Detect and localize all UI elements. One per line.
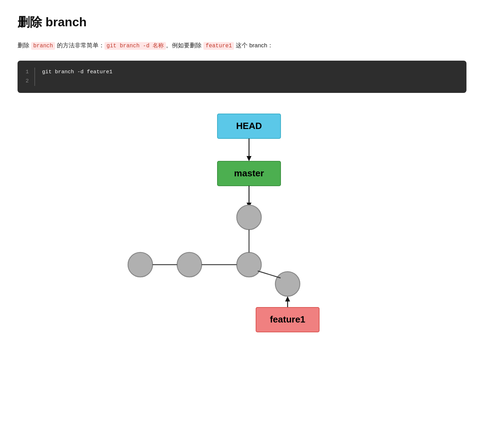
diagram-container: HEAD master featur: [18, 107, 466, 324]
inline-command-code: git branch -d 名称: [105, 42, 166, 50]
commit-node-bottom: [275, 272, 300, 296]
inline-branch-code: branch: [31, 42, 55, 50]
line-number-2: 2: [23, 77, 29, 86]
line-number-1: 1: [23, 68, 29, 77]
git-diagram: HEAD master featur: [119, 107, 365, 324]
code-content: git branch -d feature1: [35, 68, 120, 86]
line-numbers: 1 2: [18, 68, 35, 86]
intro-paragraph: 删除 branch 的方法非常简单：git branch -d 名称。例如要删除…: [18, 40, 466, 51]
code-block: 1 2 git branch -d feature1: [18, 61, 466, 93]
commit-node-top: [237, 205, 261, 230]
page-title: 删除 branch: [18, 14, 466, 30]
master-label: master: [234, 168, 264, 178]
intro-prefix: 删除: [18, 42, 31, 49]
intro-middle: 的方法非常简单：: [55, 42, 105, 49]
commit-node-left1: [128, 252, 153, 277]
intro-end: 这个 branch：: [234, 42, 273, 49]
arrowhead-feature1-to-commit: [285, 296, 290, 301]
head-label: HEAD: [236, 121, 262, 131]
arrowhead-head-to-master: [247, 156, 251, 161]
code-line-2: [42, 77, 113, 86]
feature1-label: feature1: [270, 314, 305, 325]
code-line-1: git branch -d feature1: [42, 68, 113, 77]
intro-suffix: 。例如要删除: [166, 42, 203, 49]
line-middle-to-bottom: [258, 271, 281, 278]
commit-node-middle: [237, 252, 261, 277]
commit-node-left2: [177, 252, 202, 277]
inline-feature1-code: feature1: [203, 42, 234, 50]
